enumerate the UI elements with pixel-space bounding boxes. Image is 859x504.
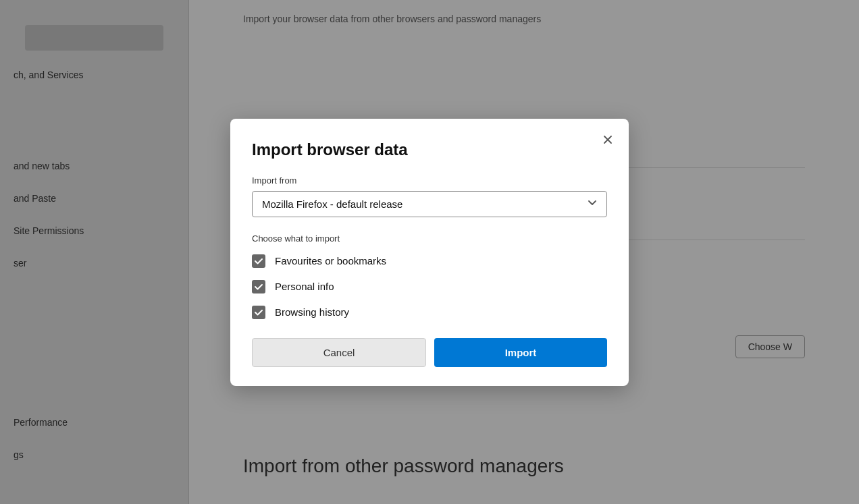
close-dialog-button[interactable] xyxy=(598,130,618,150)
import-button[interactable]: Import xyxy=(434,338,607,367)
checkbox-favourites-box xyxy=(252,254,265,268)
dialog-title: Import browser data xyxy=(252,140,607,159)
checkbox-browsing-history[interactable]: Browsing history xyxy=(252,306,607,319)
checkbox-list: Favourites or bookmarks Personal info Br… xyxy=(252,254,607,319)
checkbox-favourites-label: Favourites or bookmarks xyxy=(275,255,386,267)
checkbox-personal-info-label: Personal info xyxy=(275,281,334,292)
dialog-footer: Cancel Import xyxy=(252,338,607,367)
modal-overlay: Import browser data Import from Mozilla … xyxy=(0,0,859,504)
checkbox-favourites[interactable]: Favourites or bookmarks xyxy=(252,254,607,268)
browser-select[interactable]: Mozilla Firefox - default release Mozill… xyxy=(252,191,607,217)
checkbox-browsing-history-box xyxy=(252,306,265,319)
import-browser-dialog: Import browser data Import from Mozilla … xyxy=(230,119,629,386)
checkbox-personal-info-box xyxy=(252,280,265,293)
checkbox-personal-info[interactable]: Personal info xyxy=(252,280,607,293)
import-from-label: Import from xyxy=(252,175,607,186)
choose-what-label: Choose what to import xyxy=(252,233,607,244)
browser-select-wrapper: Mozilla Firefox - default release Mozill… xyxy=(252,191,607,217)
checkbox-browsing-history-label: Browsing history xyxy=(275,306,349,318)
cancel-button[interactable]: Cancel xyxy=(252,338,426,367)
